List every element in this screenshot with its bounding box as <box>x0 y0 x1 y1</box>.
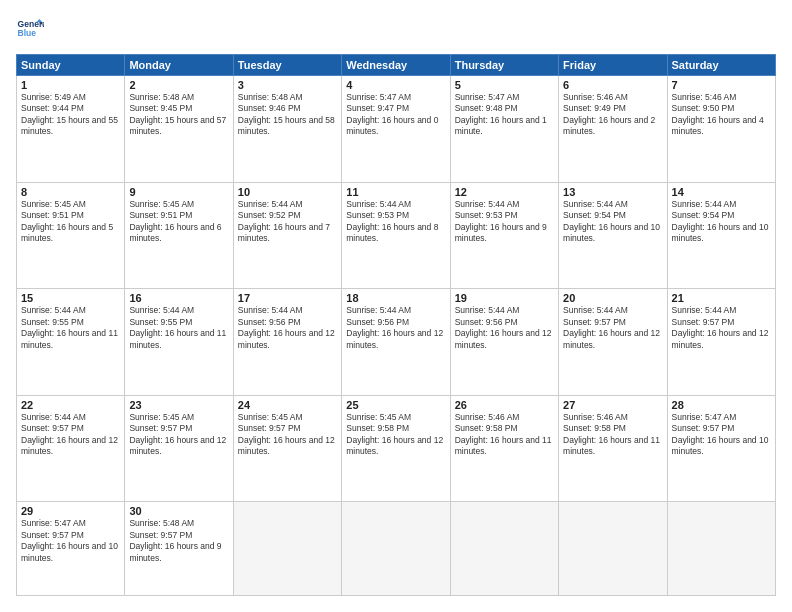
day-info: Sunrise: 5:44 AM Sunset: 9:54 PM Dayligh… <box>563 199 662 245</box>
day-info: Sunrise: 5:47 AM Sunset: 9:48 PM Dayligh… <box>455 92 554 138</box>
day-number: 8 <box>21 186 120 198</box>
day-info: Sunrise: 5:44 AM Sunset: 9:55 PM Dayligh… <box>129 305 228 351</box>
day-number: 12 <box>455 186 554 198</box>
day-number: 10 <box>238 186 337 198</box>
calendar-cell: 15 Sunrise: 5:44 AM Sunset: 9:55 PM Dayl… <box>17 289 125 396</box>
calendar-cell: 17 Sunrise: 5:44 AM Sunset: 9:56 PM Dayl… <box>233 289 341 396</box>
day-number: 23 <box>129 399 228 411</box>
day-info: Sunrise: 5:45 AM Sunset: 9:51 PM Dayligh… <box>129 199 228 245</box>
calendar-cell: 23 Sunrise: 5:45 AM Sunset: 9:57 PM Dayl… <box>125 395 233 502</box>
calendar-week-2: 15 Sunrise: 5:44 AM Sunset: 9:55 PM Dayl… <box>17 289 776 396</box>
day-number: 25 <box>346 399 445 411</box>
calendar-cell: 14 Sunrise: 5:44 AM Sunset: 9:54 PM Dayl… <box>667 182 775 289</box>
day-number: 2 <box>129 79 228 91</box>
calendar-cell: 27 Sunrise: 5:46 AM Sunset: 9:58 PM Dayl… <box>559 395 667 502</box>
calendar-cell <box>233 502 341 596</box>
day-number: 29 <box>21 505 120 517</box>
logo-icon: General Blue <box>16 16 44 44</box>
day-info: Sunrise: 5:46 AM Sunset: 9:58 PM Dayligh… <box>455 412 554 458</box>
weekday-header-friday: Friday <box>559 55 667 76</box>
day-number: 13 <box>563 186 662 198</box>
calendar-cell <box>667 502 775 596</box>
weekday-header-sunday: Sunday <box>17 55 125 76</box>
calendar-cell: 7 Sunrise: 5:46 AM Sunset: 9:50 PM Dayli… <box>667 76 775 183</box>
day-number: 20 <box>563 292 662 304</box>
calendar-table: SundayMondayTuesdayWednesdayThursdayFrid… <box>16 54 776 596</box>
day-number: 4 <box>346 79 445 91</box>
day-number: 9 <box>129 186 228 198</box>
calendar-body: 1 Sunrise: 5:49 AM Sunset: 9:44 PM Dayli… <box>17 76 776 596</box>
day-info: Sunrise: 5:45 AM Sunset: 9:57 PM Dayligh… <box>238 412 337 458</box>
logo: General Blue <box>16 16 28 44</box>
calendar-cell: 10 Sunrise: 5:44 AM Sunset: 9:52 PM Dayl… <box>233 182 341 289</box>
calendar-week-3: 22 Sunrise: 5:44 AM Sunset: 9:57 PM Dayl… <box>17 395 776 502</box>
day-number: 14 <box>672 186 771 198</box>
calendar-cell: 4 Sunrise: 5:47 AM Sunset: 9:47 PM Dayli… <box>342 76 450 183</box>
day-info: Sunrise: 5:44 AM Sunset: 9:55 PM Dayligh… <box>21 305 120 351</box>
calendar-cell: 25 Sunrise: 5:45 AM Sunset: 9:58 PM Dayl… <box>342 395 450 502</box>
day-info: Sunrise: 5:46 AM Sunset: 9:58 PM Dayligh… <box>563 412 662 458</box>
weekday-header-monday: Monday <box>125 55 233 76</box>
day-number: 18 <box>346 292 445 304</box>
day-info: Sunrise: 5:44 AM Sunset: 9:52 PM Dayligh… <box>238 199 337 245</box>
day-info: Sunrise: 5:46 AM Sunset: 9:50 PM Dayligh… <box>672 92 771 138</box>
day-info: Sunrise: 5:48 AM Sunset: 9:45 PM Dayligh… <box>129 92 228 138</box>
day-number: 24 <box>238 399 337 411</box>
day-info: Sunrise: 5:44 AM Sunset: 9:53 PM Dayligh… <box>346 199 445 245</box>
day-info: Sunrise: 5:48 AM Sunset: 9:57 PM Dayligh… <box>129 518 228 564</box>
calendar-cell <box>342 502 450 596</box>
weekday-header-saturday: Saturday <box>667 55 775 76</box>
day-number: 16 <box>129 292 228 304</box>
calendar-header-row: SundayMondayTuesdayWednesdayThursdayFrid… <box>17 55 776 76</box>
day-number: 17 <box>238 292 337 304</box>
calendar-cell: 2 Sunrise: 5:48 AM Sunset: 9:45 PM Dayli… <box>125 76 233 183</box>
calendar-cell <box>450 502 558 596</box>
day-info: Sunrise: 5:44 AM Sunset: 9:57 PM Dayligh… <box>672 305 771 351</box>
day-number: 15 <box>21 292 120 304</box>
day-info: Sunrise: 5:47 AM Sunset: 9:57 PM Dayligh… <box>672 412 771 458</box>
weekday-header-thursday: Thursday <box>450 55 558 76</box>
day-info: Sunrise: 5:44 AM Sunset: 9:54 PM Dayligh… <box>672 199 771 245</box>
day-number: 19 <box>455 292 554 304</box>
day-info: Sunrise: 5:49 AM Sunset: 9:44 PM Dayligh… <box>21 92 120 138</box>
day-info: Sunrise: 5:44 AM Sunset: 9:53 PM Dayligh… <box>455 199 554 245</box>
day-info: Sunrise: 5:44 AM Sunset: 9:57 PM Dayligh… <box>21 412 120 458</box>
day-info: Sunrise: 5:46 AM Sunset: 9:49 PM Dayligh… <box>563 92 662 138</box>
day-number: 3 <box>238 79 337 91</box>
calendar-cell: 21 Sunrise: 5:44 AM Sunset: 9:57 PM Dayl… <box>667 289 775 396</box>
page-header: General Blue <box>16 16 776 44</box>
calendar-cell: 3 Sunrise: 5:48 AM Sunset: 9:46 PM Dayli… <box>233 76 341 183</box>
day-info: Sunrise: 5:47 AM Sunset: 9:57 PM Dayligh… <box>21 518 120 564</box>
day-number: 27 <box>563 399 662 411</box>
weekday-header-wednesday: Wednesday <box>342 55 450 76</box>
day-number: 22 <box>21 399 120 411</box>
day-number: 5 <box>455 79 554 91</box>
calendar-cell: 29 Sunrise: 5:47 AM Sunset: 9:57 PM Dayl… <box>17 502 125 596</box>
calendar-week-0: 1 Sunrise: 5:49 AM Sunset: 9:44 PM Dayli… <box>17 76 776 183</box>
day-info: Sunrise: 5:48 AM Sunset: 9:46 PM Dayligh… <box>238 92 337 138</box>
calendar-cell: 24 Sunrise: 5:45 AM Sunset: 9:57 PM Dayl… <box>233 395 341 502</box>
day-number: 7 <box>672 79 771 91</box>
calendar-cell: 1 Sunrise: 5:49 AM Sunset: 9:44 PM Dayli… <box>17 76 125 183</box>
day-info: Sunrise: 5:44 AM Sunset: 9:56 PM Dayligh… <box>238 305 337 351</box>
calendar-cell: 20 Sunrise: 5:44 AM Sunset: 9:57 PM Dayl… <box>559 289 667 396</box>
calendar-week-1: 8 Sunrise: 5:45 AM Sunset: 9:51 PM Dayli… <box>17 182 776 289</box>
day-info: Sunrise: 5:47 AM Sunset: 9:47 PM Dayligh… <box>346 92 445 138</box>
day-number: 21 <box>672 292 771 304</box>
calendar-week-4: 29 Sunrise: 5:47 AM Sunset: 9:57 PM Dayl… <box>17 502 776 596</box>
calendar-cell: 18 Sunrise: 5:44 AM Sunset: 9:56 PM Dayl… <box>342 289 450 396</box>
calendar-cell: 13 Sunrise: 5:44 AM Sunset: 9:54 PM Dayl… <box>559 182 667 289</box>
day-info: Sunrise: 5:44 AM Sunset: 9:56 PM Dayligh… <box>346 305 445 351</box>
day-info: Sunrise: 5:45 AM Sunset: 9:57 PM Dayligh… <box>129 412 228 458</box>
calendar-cell: 9 Sunrise: 5:45 AM Sunset: 9:51 PM Dayli… <box>125 182 233 289</box>
svg-text:Blue: Blue <box>18 28 37 38</box>
day-info: Sunrise: 5:45 AM Sunset: 9:51 PM Dayligh… <box>21 199 120 245</box>
calendar-cell: 22 Sunrise: 5:44 AM Sunset: 9:57 PM Dayl… <box>17 395 125 502</box>
day-number: 28 <box>672 399 771 411</box>
day-info: Sunrise: 5:44 AM Sunset: 9:56 PM Dayligh… <box>455 305 554 351</box>
day-number: 26 <box>455 399 554 411</box>
calendar-cell: 28 Sunrise: 5:47 AM Sunset: 9:57 PM Dayl… <box>667 395 775 502</box>
calendar-cell: 8 Sunrise: 5:45 AM Sunset: 9:51 PM Dayli… <box>17 182 125 289</box>
weekday-header-tuesday: Tuesday <box>233 55 341 76</box>
day-info: Sunrise: 5:44 AM Sunset: 9:57 PM Dayligh… <box>563 305 662 351</box>
